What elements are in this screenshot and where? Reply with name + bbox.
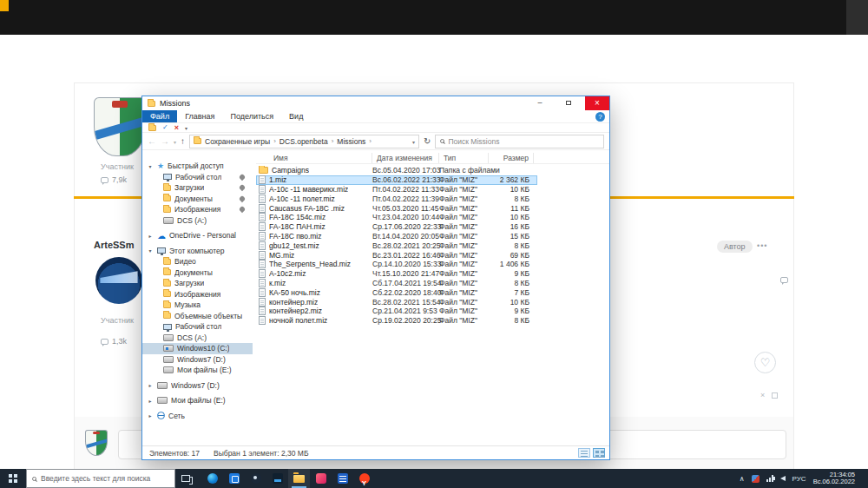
minimize-button[interactable]	[528, 96, 552, 110]
column-header[interactable]: Дата изменения	[372, 153, 439, 163]
file-row[interactable]: контейнер.mizВс.28.02.2021 15:54Файл "MI…	[256, 297, 537, 307]
icons-view-button[interactable]	[593, 448, 605, 458]
volume-icon[interactable]	[780, 476, 786, 481]
sidebar-item[interactable]: ▸Мои файлы (E:)	[142, 395, 253, 406]
explorer-taskbar-button[interactable]	[288, 469, 310, 488]
start-button[interactable]	[0, 469, 26, 488]
sidebar-item[interactable]: Рабочий стол	[142, 172, 253, 183]
sidebar-item[interactable]: Windows10 (C:)	[142, 343, 253, 354]
breadcrumb-chevron-icon[interactable]: ›	[369, 137, 372, 145]
address-dropdown-icon[interactable]	[412, 137, 415, 146]
ribbon-tab[interactable]: Вид	[281, 110, 311, 122]
back-icon[interactable]	[148, 136, 156, 146]
ribbon-tab[interactable]: Главная	[177, 110, 222, 122]
sidebar-item[interactable]: Загрузки	[142, 278, 253, 289]
blue-doc-app-taskbar-button[interactable]	[332, 469, 353, 488]
post-username[interactable]: ArteSSm	[94, 240, 134, 250]
title-bar[interactable]: Missions	[142, 96, 609, 110]
yandex-taskbar-button[interactable]	[353, 469, 375, 488]
qat-dropdown-icon[interactable]	[185, 125, 187, 131]
taskbar-search-input[interactable]: Введите здесь текст для поиска	[26, 469, 175, 488]
column-header[interactable]: Имя	[256, 153, 372, 163]
explorer-search-input[interactable]: Поиск Missions	[435, 135, 604, 148]
sidebar-item[interactable]: Изображения	[142, 204, 253, 215]
breadcrumb-chevron-icon[interactable]: ›	[332, 137, 334, 145]
breadcrumb-item[interactable]: Сохраненные игры	[205, 137, 270, 146]
site-logo[interactable]	[0, 0, 9, 11]
sidebar-item[interactable]: Видео	[142, 256, 253, 267]
file-row[interactable]: КА-50 ночь.mizСб.22.02.2020 18:40Файл "M…	[256, 287, 537, 297]
qat-apply-icon[interactable]	[162, 124, 168, 131]
sidebar-item[interactable]: Изображения	[142, 289, 253, 300]
tray-expand-icon[interactable]	[740, 475, 745, 483]
help-icon[interactable]: ?	[595, 112, 605, 122]
column-header[interactable]: Размер	[489, 153, 534, 163]
chevron-right-icon[interactable]: ▸	[147, 398, 154, 404]
file-row[interactable]: The_Serpents_Head.mizСр.14.10.2020 15:33…	[256, 260, 537, 269]
file-row[interactable]: А-10с -11 маверикх.mizПт.04.02.2022 11:3…	[256, 185, 537, 195]
sidebar-item[interactable]: Документы	[142, 267, 253, 279]
chevron-right-icon[interactable]: ▸	[147, 382, 154, 388]
language-indicator[interactable]: РУС	[792, 475, 806, 483]
chevron-right-icon[interactable]: ▸	[147, 412, 154, 419]
file-row[interactable]: контейнер2.mizСр.21.04.2021 9:53Файл "MI…	[256, 307, 537, 316]
breadcrumb-item[interactable]: DCS.openbeta	[279, 137, 328, 146]
forward-icon[interactable]	[161, 136, 169, 146]
maximize-button[interactable]	[556, 96, 581, 110]
close-icon[interactable]: ×	[760, 391, 765, 399]
file-row[interactable]: 1.mizВс.06.02.2022 21:33Файл "MIZ"2 362 …	[256, 175, 537, 185]
pink-app-taskbar-button[interactable]	[310, 469, 332, 488]
chevron-down-icon[interactable]: ▾	[147, 247, 154, 254]
file-row[interactable]: Caucasus FA-18C .mizЧт.05.03.2020 11:45Ф…	[256, 203, 537, 213]
chevron-down-icon[interactable]: ▾	[147, 163, 154, 169]
column-header[interactable]: Тип	[439, 153, 489, 163]
sidebar-item[interactable]: Документы	[142, 194, 253, 205]
file-row[interactable]: А-10с -11 полет.mizПт.04.02.2022 11:39Фа…	[256, 194, 537, 203]
close-button[interactable]	[585, 96, 609, 110]
file-row[interactable]: А-10с2.mizЧт.15.10.2020 21:47Файл "MIZ"9…	[256, 269, 537, 279]
sidebar-item[interactable]: ▾Этот компьютер	[142, 246, 253, 257]
dark-app-taskbar-button[interactable]	[266, 469, 288, 488]
clock[interactable]: 21:34:05 Вс.06.02.2022	[813, 472, 855, 486]
history-dropdown-icon[interactable]	[174, 137, 176, 146]
qat-delete-icon[interactable]	[174, 124, 179, 131]
breadcrumb[interactable]: Сохраненные игры›DCS.openbeta›Missions›	[189, 135, 419, 148]
sidebar-item[interactable]: ▸Windows7 (D:)	[142, 380, 253, 392]
file-row[interactable]: FA-18C 154c.mizЧт.23.04.2020 10:44Файл "…	[256, 213, 537, 222]
tray-app-icon[interactable]	[752, 475, 760, 483]
file-row[interactable]: FA-18C ПАН.mizСр.17.06.2020 22:33Файл "M…	[256, 222, 537, 232]
file-row[interactable]: MG.mizВс.23.01.2022 16:46Файл "MIZ"69 КБ	[256, 250, 537, 260]
file-row[interactable]: gbu12_test.mizВс.28.02.2021 20:25Файл "M…	[256, 241, 537, 250]
file-row[interactable]: FA-18C пво.mizВт.14.04.2020 20:05Файл "M…	[256, 232, 537, 241]
sidebar-item[interactable]: Рабочий стол	[142, 321, 253, 333]
sidebar-item[interactable]: Объемные объекты	[142, 311, 253, 322]
ribbon-tab[interactable]: Поделиться	[222, 110, 281, 122]
qat-folder-icon[interactable]	[148, 125, 156, 131]
quote-icon[interactable]	[780, 271, 788, 287]
file-row[interactable]: ночной полет.mizСр.19.02.2020 20:25Файл …	[256, 316, 537, 326]
post-avatar-coat-of-arms[interactable]	[94, 97, 146, 156]
ribbon-tab[interactable]: Файл	[142, 110, 177, 122]
like-heart-button[interactable]	[754, 352, 776, 373]
blue-app-taskbar-button[interactable]	[223, 469, 245, 488]
task-view-button[interactable]	[175, 469, 196, 488]
sidebar-item[interactable]: ▸OneDrive - Personal	[142, 230, 253, 241]
breadcrumb-chevron-icon[interactable]: ›	[273, 137, 276, 145]
round-dark-app-taskbar-button[interactable]	[245, 469, 266, 488]
chevron-right-icon[interactable]: ▸	[147, 233, 154, 239]
post-action-icons[interactable]: ×	[760, 391, 778, 399]
sidebar-item[interactable]: DCS (A:)	[142, 333, 253, 344]
expand-icon[interactable]	[772, 392, 778, 399]
refresh-icon[interactable]	[424, 136, 431, 146]
sidebar-item[interactable]: DCS (A:)	[142, 215, 253, 227]
sidebar-item[interactable]: Загрузки	[142, 182, 253, 194]
post-avatar-emblem[interactable]	[95, 257, 142, 304]
sidebar-item[interactable]: ▸Сеть	[142, 411, 253, 422]
details-view-button[interactable]	[578, 448, 590, 458]
sidebar-item[interactable]: ▾Быстрый доступ	[142, 161, 253, 172]
breadcrumb-item[interactable]: Missions	[337, 137, 365, 146]
file-row[interactable]: к.mizСб.17.04.2021 19:54Файл "MIZ"8 КБ	[256, 279, 537, 288]
up-icon[interactable]	[181, 136, 185, 146]
post-more-menu[interactable]: •••	[757, 241, 767, 250]
sidebar-item[interactable]: Windows7 (D:)	[142, 354, 253, 366]
